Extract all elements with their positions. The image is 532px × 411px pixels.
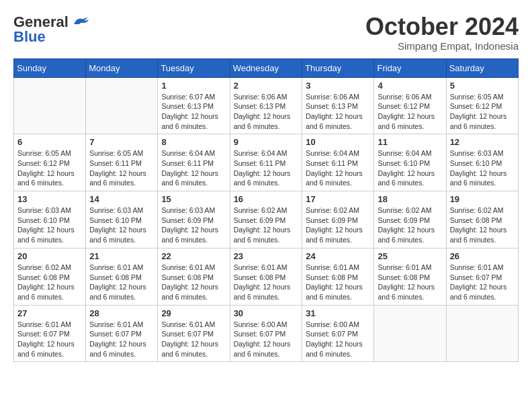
- calendar-cell: [374, 305, 446, 362]
- cell-info: Sunrise: 6:01 AMSunset: 6:08 PMDaylight:…: [234, 263, 299, 302]
- calendar-cell: 29Sunrise: 6:01 AMSunset: 6:07 PMDayligh…: [158, 305, 230, 362]
- weekday-sunday: Sunday: [14, 58, 86, 77]
- cell-info: Sunrise: 6:02 AMSunset: 6:09 PMDaylight:…: [234, 205, 299, 245]
- calendar-cell: 4Sunrise: 6:06 AMSunset: 6:12 PMDaylight…: [374, 77, 446, 134]
- cell-info: Sunrise: 6:04 AMSunset: 6:11 PMDaylight:…: [234, 148, 299, 188]
- cell-info: Sunrise: 6:01 AMSunset: 6:07 PMDaylight:…: [17, 320, 82, 359]
- cell-info: Sunrise: 6:01 AMSunset: 6:07 PMDaylight:…: [161, 320, 226, 359]
- day-number: 31: [306, 308, 370, 318]
- calendar-cell: 21Sunrise: 6:01 AMSunset: 6:08 PMDayligh…: [86, 248, 158, 305]
- day-number: 20: [17, 251, 82, 261]
- week-row-2: 6Sunrise: 6:05 AMSunset: 6:12 PMDaylight…: [14, 134, 519, 191]
- month-title: October 2024: [365, 13, 519, 40]
- day-number: 7: [89, 137, 154, 147]
- weekday-tuesday: Tuesday: [158, 58, 230, 77]
- cell-info: Sunrise: 6:02 AMSunset: 6:09 PMDaylight:…: [378, 205, 442, 245]
- calendar-cell: 13Sunrise: 6:03 AMSunset: 6:10 PMDayligh…: [14, 191, 86, 248]
- weekday-thursday: Thursday: [302, 58, 374, 77]
- day-number: 24: [306, 251, 370, 261]
- cell-info: Sunrise: 6:05 AMSunset: 6:12 PMDaylight:…: [450, 92, 515, 132]
- day-number: 1: [161, 81, 226, 91]
- calendar-table: SundayMondayTuesdayWednesdayThursdayFrid…: [13, 58, 519, 363]
- cell-info: Sunrise: 6:03 AMSunset: 6:10 PMDaylight:…: [89, 205, 154, 245]
- cell-info: Sunrise: 6:06 AMSunset: 6:12 PMDaylight:…: [378, 92, 442, 132]
- calendar-cell: 1Sunrise: 6:07 AMSunset: 6:13 PMDaylight…: [158, 77, 230, 134]
- day-number: 18: [378, 194, 442, 204]
- calendar-cell: 3Sunrise: 6:06 AMSunset: 6:13 PMDaylight…: [302, 77, 374, 134]
- day-number: 25: [378, 251, 442, 261]
- calendar-cell: 8Sunrise: 6:04 AMSunset: 6:11 PMDaylight…: [158, 134, 230, 191]
- day-number: 14: [89, 194, 154, 204]
- title-section: October 2024 Simpang Empat, Indonesia: [365, 13, 519, 52]
- calendar-cell: 23Sunrise: 6:01 AMSunset: 6:08 PMDayligh…: [230, 248, 302, 305]
- cell-info: Sunrise: 6:02 AMSunset: 6:08 PMDaylight:…: [17, 263, 82, 302]
- calendar-cell: 16Sunrise: 6:02 AMSunset: 6:09 PMDayligh…: [230, 191, 302, 248]
- weekday-wednesday: Wednesday: [230, 58, 302, 77]
- day-number: 2: [234, 81, 299, 91]
- cell-info: Sunrise: 6:02 AMSunset: 6:09 PMDaylight:…: [306, 205, 370, 245]
- logo-blue: Blue: [13, 28, 46, 45]
- cell-info: Sunrise: 6:04 AMSunset: 6:11 PMDaylight:…: [306, 148, 370, 188]
- calendar-body: 1Sunrise: 6:07 AMSunset: 6:13 PMDaylight…: [14, 77, 519, 362]
- day-number: 16: [234, 194, 299, 204]
- week-row-4: 20Sunrise: 6:02 AMSunset: 6:08 PMDayligh…: [14, 248, 519, 305]
- calendar-cell: 31Sunrise: 6:00 AMSunset: 6:07 PMDayligh…: [302, 305, 374, 362]
- calendar-cell: 20Sunrise: 6:02 AMSunset: 6:08 PMDayligh…: [14, 248, 86, 305]
- week-row-5: 27Sunrise: 6:01 AMSunset: 6:07 PMDayligh…: [14, 305, 519, 362]
- weekday-saturday: Saturday: [446, 58, 518, 77]
- day-number: 30: [234, 308, 299, 318]
- calendar-cell: [14, 77, 86, 134]
- logo: General Blue: [13, 13, 90, 46]
- calendar-cell: 11Sunrise: 6:04 AMSunset: 6:10 PMDayligh…: [374, 134, 446, 191]
- cell-info: Sunrise: 6:04 AMSunset: 6:10 PMDaylight:…: [378, 148, 442, 188]
- cell-info: Sunrise: 6:02 AMSunset: 6:08 PMDaylight:…: [450, 205, 515, 245]
- calendar-cell: 17Sunrise: 6:02 AMSunset: 6:09 PMDayligh…: [302, 191, 374, 248]
- day-number: 6: [17, 137, 82, 147]
- day-number: 28: [89, 308, 154, 318]
- calendar-cell: 14Sunrise: 6:03 AMSunset: 6:10 PMDayligh…: [86, 191, 158, 248]
- page-header: General Blue October 2024 Simpang Empat,…: [13, 13, 519, 52]
- cell-info: Sunrise: 6:06 AMSunset: 6:13 PMDaylight:…: [306, 92, 370, 132]
- weekday-header-row: SundayMondayTuesdayWednesdayThursdayFrid…: [14, 58, 519, 77]
- day-number: 8: [161, 137, 226, 147]
- day-number: 26: [450, 251, 515, 261]
- day-number: 13: [17, 194, 82, 204]
- cell-info: Sunrise: 6:00 AMSunset: 6:07 PMDaylight:…: [306, 320, 370, 359]
- weekday-monday: Monday: [86, 58, 158, 77]
- cell-info: Sunrise: 6:04 AMSunset: 6:11 PMDaylight:…: [161, 148, 226, 188]
- calendar-cell: 18Sunrise: 6:02 AMSunset: 6:09 PMDayligh…: [374, 191, 446, 248]
- calendar-cell: 12Sunrise: 6:03 AMSunset: 6:10 PMDayligh…: [446, 134, 518, 191]
- calendar-cell: [446, 305, 518, 362]
- logo-bird-icon: [71, 15, 90, 30]
- day-number: 9: [234, 137, 299, 147]
- calendar-cell: 2Sunrise: 6:06 AMSunset: 6:13 PMDaylight…: [230, 77, 302, 134]
- cell-info: Sunrise: 6:00 AMSunset: 6:07 PMDaylight:…: [234, 320, 299, 359]
- calendar-cell: 10Sunrise: 6:04 AMSunset: 6:11 PMDayligh…: [302, 134, 374, 191]
- week-row-1: 1Sunrise: 6:07 AMSunset: 6:13 PMDaylight…: [14, 77, 519, 134]
- cell-info: Sunrise: 6:03 AMSunset: 6:10 PMDaylight:…: [17, 205, 82, 245]
- calendar-cell: 5Sunrise: 6:05 AMSunset: 6:12 PMDaylight…: [446, 77, 518, 134]
- cell-info: Sunrise: 6:01 AMSunset: 6:07 PMDaylight:…: [89, 320, 154, 359]
- cell-info: Sunrise: 6:03 AMSunset: 6:10 PMDaylight:…: [450, 148, 515, 188]
- location-subtitle: Simpang Empat, Indonesia: [365, 40, 519, 52]
- cell-info: Sunrise: 6:01 AMSunset: 6:07 PMDaylight:…: [450, 263, 515, 302]
- day-number: 23: [234, 251, 299, 261]
- day-number: 21: [89, 251, 154, 261]
- day-number: 12: [450, 137, 515, 147]
- day-number: 5: [450, 81, 515, 91]
- day-number: 17: [306, 194, 370, 204]
- cell-info: Sunrise: 6:06 AMSunset: 6:13 PMDaylight:…: [234, 92, 299, 132]
- calendar-cell: 9Sunrise: 6:04 AMSunset: 6:11 PMDaylight…: [230, 134, 302, 191]
- day-number: 11: [378, 137, 442, 147]
- cell-info: Sunrise: 6:01 AMSunset: 6:08 PMDaylight:…: [378, 263, 442, 302]
- cell-info: Sunrise: 6:07 AMSunset: 6:13 PMDaylight:…: [161, 92, 226, 132]
- calendar-cell: [86, 77, 158, 134]
- day-number: 19: [450, 194, 515, 204]
- day-number: 22: [161, 251, 226, 261]
- calendar-cell: 27Sunrise: 6:01 AMSunset: 6:07 PMDayligh…: [14, 305, 86, 362]
- day-number: 27: [17, 308, 82, 318]
- cell-info: Sunrise: 6:05 AMSunset: 6:12 PMDaylight:…: [17, 148, 82, 188]
- calendar-cell: 25Sunrise: 6:01 AMSunset: 6:08 PMDayligh…: [374, 248, 446, 305]
- calendar-cell: 6Sunrise: 6:05 AMSunset: 6:12 PMDaylight…: [14, 134, 86, 191]
- calendar-cell: 15Sunrise: 6:03 AMSunset: 6:09 PMDayligh…: [158, 191, 230, 248]
